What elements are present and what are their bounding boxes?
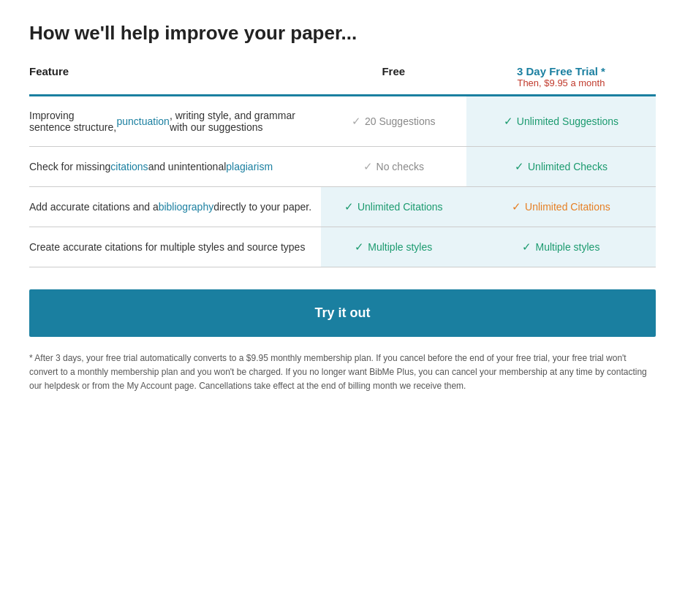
- trial-suggestions: ✓ Unlimited Suggestions: [466, 96, 656, 146]
- free-citations: ✓ Unlimited Citations: [321, 187, 466, 227]
- footnote-text: * After 3 days, your free trial automati…: [29, 351, 656, 394]
- link-punctuation[interactable]: punctuation: [117, 115, 170, 127]
- check-icon: ✓: [363, 160, 373, 173]
- feature-suggestions: Improving sentence structure, punctuatio…: [29, 96, 321, 146]
- table-row: Improving sentence structure, punctuatio…: [29, 96, 656, 147]
- table-row: Add accurate citations and a bibliograph…: [29, 187, 656, 227]
- free-suggestions: ✓ 20 Suggestions: [321, 96, 466, 146]
- comparison-table: Feature Free 3 Day Free Trial * Then, $9…: [29, 65, 656, 267]
- col-header-feature: Feature: [29, 65, 321, 88]
- free-plagiarism: ✓ No checks: [321, 147, 466, 186]
- link-bibliography[interactable]: bibliography: [159, 201, 214, 213]
- feature-bibliography: Add accurate citations and a bibliograph…: [29, 187, 321, 227]
- page-title: How we'll help improve your paper...: [29, 22, 656, 45]
- check-icon: ✓: [352, 115, 361, 128]
- table-row: Create accurate citations for multiple s…: [29, 227, 656, 267]
- link-citations[interactable]: citations: [110, 161, 148, 172]
- trial-styles: ✓ Multiple styles: [466, 227, 656, 267]
- table-header: Feature Free 3 Day Free Trial * Then, $9…: [29, 65, 656, 96]
- free-styles: ✓ Multiple styles: [321, 227, 466, 267]
- check-icon: ✓: [344, 200, 354, 213]
- check-icon: ✓: [355, 240, 364, 254]
- check-icon: ✓: [515, 160, 524, 173]
- try-it-out-button[interactable]: Try it out: [29, 289, 656, 337]
- col-header-trial: 3 Day Free Trial * Then, $9.95 a month: [466, 65, 656, 88]
- trial-plagiarism: ✓ Unlimited Checks: [466, 147, 656, 186]
- check-icon: ✓: [504, 115, 513, 128]
- feature-styles: Create accurate citations for multiple s…: [29, 227, 321, 267]
- check-icon: ✓: [522, 240, 531, 254]
- feature-plagiarism: Check for missing citations and unintent…: [29, 147, 321, 186]
- link-plagiarism[interactable]: plagiarism: [226, 161, 273, 172]
- col-header-free: Free: [321, 65, 466, 88]
- trial-citations: ✓ Unlimited Citations: [466, 187, 656, 227]
- check-icon: ✓: [512, 200, 521, 213]
- table-row: Check for missing citations and unintent…: [29, 147, 656, 187]
